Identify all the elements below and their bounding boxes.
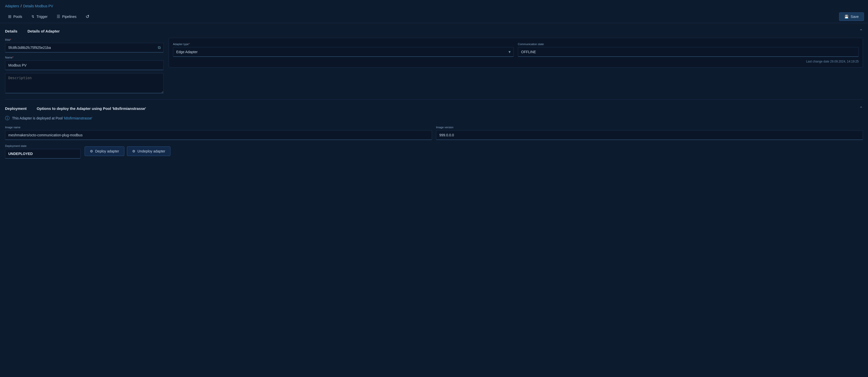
refresh-icon: ↺	[86, 14, 89, 19]
rtid-label: RtId*	[5, 38, 164, 42]
deployment-state-label: Deployment state	[5, 144, 81, 148]
details-left-col: RtId* ⧉ Name*	[5, 38, 164, 93]
image-version-field: Image version	[436, 125, 863, 140]
breadcrumb-current: Details Modbus PV	[23, 4, 53, 8]
last-change: Last change date 29.09.2024, 14:19:25	[173, 60, 859, 63]
deployment-section: Deployment Options to deploy the Adapter…	[5, 106, 863, 158]
image-name-field: Image name	[5, 125, 432, 140]
info-text: This Adapter is deployed at Pool 'k8sfir…	[12, 116, 92, 120]
deployment-pool-name: 'k8sfirmianstrasse'	[112, 106, 146, 111]
rtid-required: *	[10, 38, 11, 41]
tab-trigger[interactable]: ↯ Trigger	[27, 12, 52, 21]
description-input[interactable]	[5, 73, 164, 93]
adapter-type-select[interactable]: Edge Adapter	[173, 47, 514, 57]
deployment-subtitle: Options to deploy the Adapter using Pool…	[37, 106, 146, 111]
name-label: Name*	[5, 55, 164, 59]
comm-state-label: Communication state	[518, 42, 859, 46]
rtid-field-group: RtId* ⧉	[5, 38, 164, 52]
section-divider	[5, 99, 863, 99]
deploy-adapter-button[interactable]: ⚙ Deploy adapter	[85, 146, 124, 156]
tab-pipelines-label: Pipelines	[62, 14, 76, 19]
info-banner: ⓘ This Adapter is deployed at Pool 'k8sf…	[5, 115, 863, 121]
undeploy-adapter-button[interactable]: ⚙ Undeploy adapter	[127, 146, 171, 156]
pipelines-icon: ☰	[57, 14, 60, 19]
main-content: Details Details of Adapter ⌃ RtId*	[0, 23, 868, 164]
details-section: Details Details of Adapter ⌃ RtId*	[5, 28, 863, 93]
last-change-value: 29.09.2024, 14:19:25	[830, 60, 859, 63]
image-version-input[interactable]	[436, 130, 863, 140]
tab-trigger-label: Trigger	[36, 14, 48, 19]
breadcrumb-adapters-link[interactable]: Adapters	[5, 4, 19, 8]
image-name-input[interactable]	[5, 130, 432, 140]
tab-pipelines[interactable]: ☰ Pipelines	[53, 12, 81, 21]
info-icon: ⓘ	[5, 115, 9, 121]
copy-icon: ⧉	[158, 46, 161, 50]
image-name-label: Image name	[5, 125, 432, 129]
deployment-state-row: Deployment state UNDEPLOYED ⚙ Deploy ada…	[5, 144, 863, 158]
comm-state-value: OFFLINE	[518, 47, 859, 57]
deployment-state-field: Deployment state UNDEPLOYED	[5, 144, 81, 158]
undeploy-label: Undeploy adapter	[137, 149, 165, 153]
comm-state-field: Communication state OFFLINE	[518, 42, 859, 57]
details-section-title: Details	[5, 29, 18, 33]
deploy-icon: ⚙	[90, 149, 93, 153]
details-two-col: RtId* ⧉ Name*	[5, 38, 863, 93]
deployment-chevron-icon[interactable]: ⌃	[859, 106, 863, 111]
tab-pools[interactable]: ⊞ Pools	[4, 12, 26, 21]
rtid-field-row: ⧉	[5, 43, 164, 52]
save-button[interactable]: 💾 Save	[839, 12, 864, 21]
name-field-group: Name*	[5, 55, 164, 70]
details-chevron-icon[interactable]: ⌃	[859, 28, 863, 34]
deployment-state-value: UNDEPLOYED	[5, 149, 81, 158]
copy-rtid-button[interactable]: ⧉	[157, 45, 162, 51]
adapter-details-row: Adapter type* Edge Adapter ▼	[173, 42, 859, 57]
tab-pools-label: Pools	[13, 14, 22, 19]
pools-icon: ⊞	[8, 14, 11, 19]
deployment-fields: Image name Image version	[5, 125, 863, 140]
save-icon: 💾	[844, 14, 848, 19]
toolbar: ⊞ Pools ↯ Trigger ☰ Pipelines ↺ 💾 Save	[0, 10, 868, 23]
trigger-icon: ↯	[31, 14, 34, 19]
adapter-type-field: Adapter type* Edge Adapter ▼	[173, 42, 514, 57]
rtid-input-wrapper: ⧉	[5, 43, 164, 52]
adapter-details-panel: Adapter type* Edge Adapter ▼	[169, 38, 863, 67]
details-section-subtitle: Details of Adapter	[27, 29, 60, 33]
breadcrumb: Adapters / Details Modbus PV	[0, 0, 868, 10]
details-right-col: Adapter type* Edge Adapter ▼	[169, 38, 863, 93]
breadcrumb-separator: /	[21, 4, 22, 8]
deploy-label: Deploy adapter	[95, 149, 119, 153]
deployment-header: Deployment Options to deploy the Adapter…	[5, 106, 863, 111]
action-buttons: ⚙ Deploy adapter ⚙ Undeploy adapter	[85, 146, 170, 156]
save-label: Save	[850, 14, 859, 19]
undeploy-icon: ⚙	[132, 149, 135, 153]
image-version-label: Image version	[436, 125, 863, 129]
refresh-button[interactable]: ↺	[84, 12, 91, 21]
adapter-type-label: Adapter type*	[173, 42, 514, 46]
details-section-header: Details Details of Adapter ⌃	[5, 28, 863, 34]
adapter-type-select-wrapper: Edge Adapter ▼	[173, 47, 514, 57]
name-input[interactable]	[5, 60, 164, 70]
description-field-group	[5, 73, 164, 93]
pool-link[interactable]: 'k8sfirmianstrasse'	[64, 116, 92, 120]
deployment-title: Deployment	[5, 106, 27, 111]
rtid-input[interactable]	[5, 43, 164, 52]
